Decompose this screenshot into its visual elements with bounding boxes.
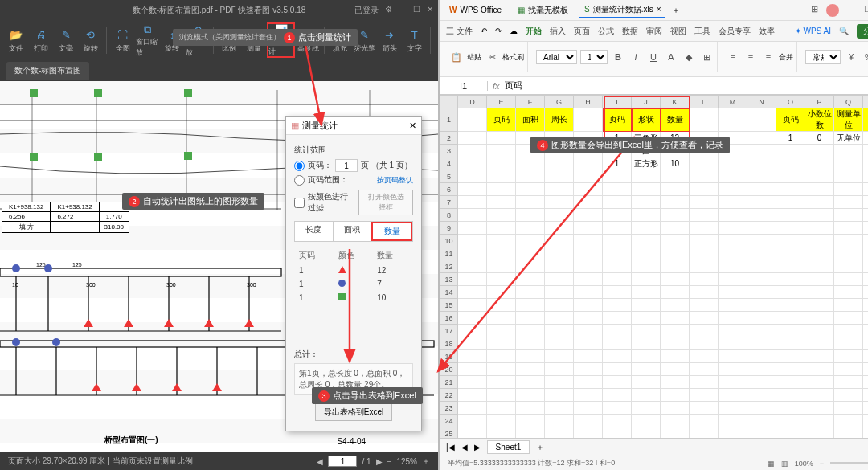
tab-area[interactable]: 面积 bbox=[334, 222, 372, 241]
svg-marker-31 bbox=[204, 319, 214, 327]
pdf-titlebar: 数个数-标图布置图.pdf - PDF 快速看图 v3.5.0.18 已登录 ⚙… bbox=[0, 0, 438, 20]
excel-ribbon: 📋 粘贴 ✂ 格式刷 Arial 10 B I U A ◆ ⊞ ≡ ≡ ≡ 合并 bbox=[440, 42, 868, 77]
fx-icon[interactable]: fx bbox=[493, 81, 500, 91]
menu-formula[interactable]: 公式 bbox=[598, 26, 614, 37]
maximize-icon[interactable]: ☐ bbox=[413, 5, 420, 16]
menu-home[interactable]: 开始 bbox=[526, 26, 542, 37]
paste-button[interactable]: 📋 bbox=[449, 50, 464, 64]
settings-icon[interactable]: ⚙ bbox=[385, 5, 392, 16]
cut-button[interactable]: ✂ bbox=[485, 50, 499, 64]
user-avatar-icon[interactable] bbox=[826, 4, 839, 17]
align-right-button[interactable]: ≡ bbox=[761, 50, 776, 64]
sheet-nav-next-icon[interactable]: ▶ bbox=[474, 443, 481, 452]
formula-value[interactable]: 页码 bbox=[505, 80, 522, 92]
page-next-icon[interactable]: ▶ bbox=[376, 457, 383, 466]
svg-rect-9 bbox=[0, 268, 281, 276]
font-color-button[interactable]: A bbox=[664, 50, 678, 64]
tool-全图[interactable]: ⛶全图 bbox=[111, 22, 134, 58]
stat-table: 页码颜色数量 112 17 110 bbox=[294, 247, 413, 305]
tab-count[interactable]: 数量 bbox=[371, 222, 412, 241]
svg-text:300: 300 bbox=[166, 282, 176, 288]
dialog-close-icon[interactable]: ✕ bbox=[409, 121, 416, 131]
sheet-nav-first-icon[interactable]: |◀ bbox=[446, 443, 455, 452]
add-tab-icon[interactable]: ＋ bbox=[672, 5, 680, 16]
radio-page[interactable]: 页码： 页 （共 1 页） bbox=[294, 159, 413, 172]
page-from-input[interactable] bbox=[335, 159, 358, 172]
menu-tools[interactable]: 工具 bbox=[694, 26, 710, 37]
menu-view[interactable]: 视图 bbox=[670, 26, 686, 37]
page-prev-icon[interactable]: ◀ bbox=[317, 457, 323, 466]
sheet-tab-active[interactable]: Sheet1 bbox=[487, 440, 530, 454]
percent-button[interactable]: % bbox=[862, 50, 868, 64]
cell-reference[interactable]: I1 bbox=[440, 81, 488, 91]
tool-文件[interactable]: 📂文件 bbox=[5, 22, 28, 58]
menu-insert[interactable]: 插入 bbox=[550, 26, 566, 37]
quick-save-icon[interactable]: ☁ bbox=[510, 27, 518, 35]
quick-redo-icon[interactable]: ↷ bbox=[495, 27, 502, 35]
font-size-select[interactable]: 10 bbox=[580, 50, 608, 64]
tab-close-icon[interactable]: × bbox=[657, 5, 661, 14]
search-icon[interactable]: 🔍 bbox=[839, 27, 849, 35]
wps-ai-button[interactable]: ✦ WPS AI bbox=[795, 27, 831, 35]
callout-3: 3点击导出表格到Excel bbox=[312, 387, 423, 404]
close-icon[interactable]: ✕ bbox=[427, 5, 433, 16]
underline-button[interactable]: U bbox=[646, 50, 661, 64]
border-button[interactable]: ⊞ bbox=[699, 50, 714, 64]
zoom-out-icon[interactable]: − bbox=[387, 457, 392, 466]
bold-button[interactable]: B bbox=[611, 50, 625, 64]
currency-button[interactable]: ¥ bbox=[844, 50, 858, 64]
color-filter-checkbox[interactable]: 按颜色进行过滤 bbox=[294, 191, 354, 214]
app-icon[interactable]: ⊞ bbox=[811, 4, 818, 17]
quick-undo-icon[interactable]: ↶ bbox=[481, 27, 487, 35]
tool-窗口缩放[interactable]: ⧉窗口缩放 bbox=[136, 22, 159, 58]
radio-range[interactable]: 页码范围： 按页码整认 bbox=[294, 174, 413, 186]
tool-打印[interactable]: 🖨打印 bbox=[30, 22, 53, 58]
tab-data-file[interactable]: S测量统计数据.xls × bbox=[579, 2, 666, 18]
align-left-button[interactable]: ≡ bbox=[726, 50, 740, 64]
zoom-value: 100% bbox=[795, 460, 813, 468]
tool-箭头[interactable]: ➜箭头 bbox=[378, 22, 401, 58]
share-button[interactable]: 分享 bbox=[857, 24, 868, 39]
svg-marker-35 bbox=[172, 383, 182, 391]
menu-review[interactable]: 审阅 bbox=[646, 26, 662, 37]
font-select[interactable]: Arial bbox=[536, 50, 577, 64]
export-excel-button[interactable]: 导出表格到Excel bbox=[315, 403, 392, 421]
svg-marker-32 bbox=[244, 319, 254, 327]
zoom-slider[interactable] bbox=[830, 462, 868, 464]
tool-旋转[interactable]: ⟲旋转 bbox=[79, 22, 102, 58]
svg-marker-29 bbox=[124, 319, 133, 327]
table-row: 110 bbox=[296, 292, 411, 304]
pdf-status-bar: 页面大小 29.70×20.99 厘米 | 当前页未设置测量比例 ◀ / 1 ▶… bbox=[0, 452, 438, 470]
open-color-picker-button[interactable]: 打开颜色选择框 bbox=[358, 190, 413, 215]
align-center-button[interactable]: ≡ bbox=[743, 50, 758, 64]
tool-文字[interactable]: T文字 bbox=[403, 22, 426, 58]
minimize-icon[interactable]: — bbox=[847, 4, 856, 17]
fill-color-button[interactable]: ◆ bbox=[682, 50, 696, 64]
circle-icon bbox=[338, 280, 346, 287]
menu-page[interactable]: 页面 bbox=[574, 26, 590, 37]
zoom-in-icon[interactable]: ＋ bbox=[422, 456, 430, 467]
menu-data[interactable]: 数据 bbox=[622, 26, 638, 37]
view-page-icon[interactable]: ▥ bbox=[781, 460, 788, 468]
number-format-select[interactable]: 常规 bbox=[805, 50, 841, 64]
zoom-out-icon[interactable]: − bbox=[820, 460, 824, 468]
dialog-icon: ▦ bbox=[291, 121, 299, 131]
view-normal-icon[interactable]: ▦ bbox=[768, 460, 775, 468]
tab-template[interactable]: ▦找毫无模板 bbox=[513, 3, 573, 18]
italic-button[interactable]: I bbox=[628, 50, 643, 64]
pdf-tab-active[interactable]: 数个数-标图布置图 bbox=[6, 62, 89, 80]
add-sheet-icon[interactable]: ＋ bbox=[536, 442, 544, 453]
menu-efficiency[interactable]: 效率 bbox=[759, 26, 775, 37]
tool-文毫[interactable]: ✎文毫 bbox=[55, 22, 78, 58]
green-square-marker bbox=[94, 89, 102, 97]
maximize-icon[interactable]: ☐ bbox=[864, 4, 868, 17]
menu-file[interactable]: 三 文件 bbox=[446, 26, 473, 37]
svg-text:125: 125 bbox=[72, 262, 82, 268]
tab-length[interactable]: 长度 bbox=[295, 222, 334, 241]
page-input[interactable] bbox=[328, 456, 357, 467]
sheet-nav-prev-icon[interactable]: ◀ bbox=[461, 443, 468, 452]
menu-member[interactable]: 会员专享 bbox=[719, 26, 751, 37]
callout-2: 2自动统计出图纸上的图形数量 bbox=[122, 193, 264, 210]
minimize-icon[interactable]: — bbox=[399, 5, 407, 16]
wps-office-tab[interactable]: WWPS Office bbox=[444, 4, 506, 16]
